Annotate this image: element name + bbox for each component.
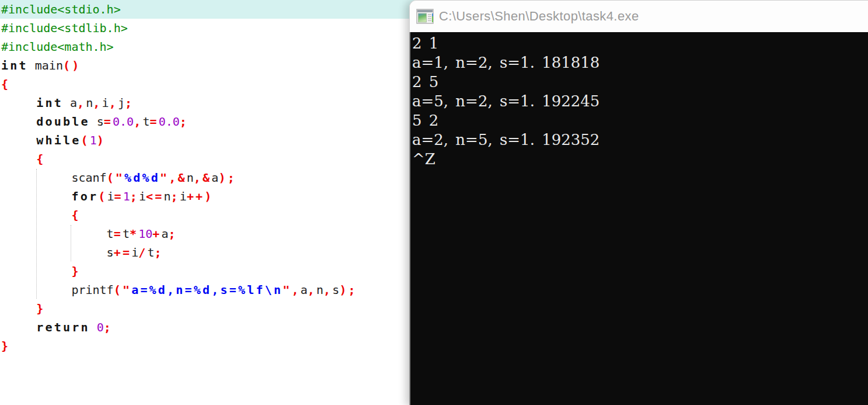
console-line: a=2, n=5, s=1. 192352 — [412, 130, 868, 150]
console-window[interactable]: C:\Users\Shen\Desktop\task4.exe 2 1a=1, … — [409, 0, 868, 405]
code-line: while(1) — [1, 131, 357, 150]
code-line: { — [1, 206, 357, 224]
code-text: #include<stdio.h>#include<stdlib.h>#incl… — [1, 0, 357, 355]
code-line: int a,n,i,j; — [1, 94, 357, 112]
console-line: 2 5 — [412, 72, 868, 92]
code-line: { — [1, 150, 357, 168]
console-titlebar[interactable]: C:\Users\Shen\Desktop\task4.exe — [409, 0, 868, 32]
code-line: return 0; — [1, 318, 357, 337]
code-line: #include<stdio.h> — [1, 0, 357, 19]
code-line: double s=0.0,t=0.0; — [1, 112, 357, 131]
console-line: ^Z — [412, 150, 868, 169]
code-line: } — [1, 337, 357, 355]
code-line: } — [1, 262, 357, 281]
console-line: a=1, n=2, s=1. 181818 — [412, 53, 868, 72]
code-line: s+=i/t; — [1, 243, 357, 262]
console-line: 2 1 — [412, 34, 868, 53]
code-line: #include<stdlib.h> — [1, 19, 357, 37]
code-line: int main() — [1, 56, 357, 75]
console-line: 5 2 — [412, 111, 868, 130]
console-line: a=5, n=2, s=1. 192245 — [412, 92, 868, 111]
console-output[interactable]: 2 1a=1, n=2, s=1. 1818182 5a=5, n=2, s=1… — [409, 32, 868, 405]
code-line: printf("a=%d,n=%d,s=%lf\n",a,n,s); — [1, 281, 357, 299]
code-line: } — [1, 299, 357, 318]
console-title: C:\Users\Shen\Desktop\task4.exe — [439, 9, 639, 24]
code-line: { — [1, 75, 357, 94]
console-app-icon — [416, 9, 434, 25]
code-line: scanf("%d%d",&n,&a); — [1, 168, 357, 187]
code-line: #include<math.h> — [1, 37, 357, 56]
code-line: for(i=1;i<=n;i++) — [1, 187, 357, 206]
code-line: t=t*10+a; — [1, 224, 357, 243]
